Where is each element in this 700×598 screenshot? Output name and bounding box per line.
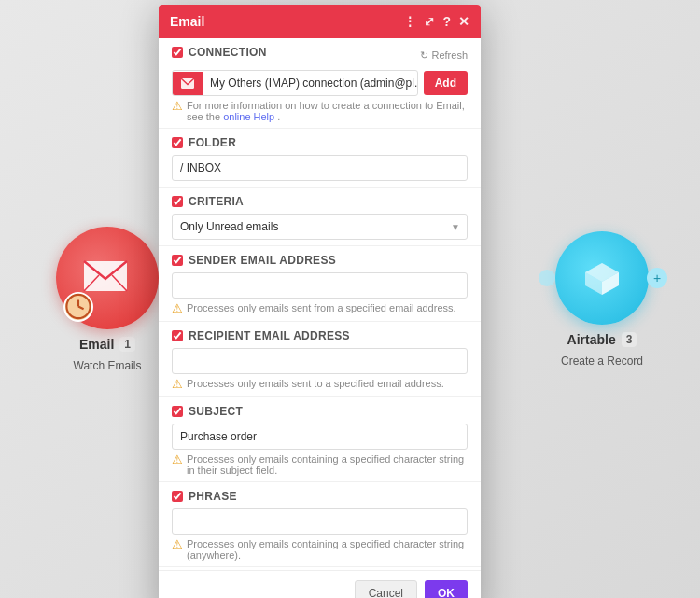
- connection-section: Connection ↻ Refresh: [159, 38, 481, 129]
- recipient-header: Recipient email address: [172, 329, 468, 342]
- expand-icon[interactable]: ⤢: [424, 14, 435, 29]
- phrase-help: ⚠ Processes only emails containing a spe…: [172, 538, 468, 561]
- help-icon[interactable]: ?: [442, 14, 451, 29]
- recipient-checkbox[interactable]: [172, 330, 183, 341]
- phrase-section: Phrase ⚠ Processes only emails containin…: [159, 482, 481, 567]
- connection-help: ⚠ For more information on how to create …: [172, 100, 468, 122]
- phrase-header: Phrase: [172, 490, 468, 503]
- subject-warning-icon: ⚠: [172, 452, 183, 466]
- subject-help: ⚠ Processes only emails containing a spe…: [172, 453, 468, 476]
- subject-label: Subject: [189, 405, 243, 418]
- recipient-help: ⚠ Processes only emails sent to a specif…: [172, 378, 468, 391]
- criteria-section: Criteria Only Unread emails All emails R…: [159, 188, 481, 246]
- email-subtitle: Watch Emails: [74, 359, 142, 372]
- ok-button[interactable]: OK: [425, 580, 468, 598]
- connection-row: My Others (IMAP) connection (admin@pl...…: [172, 70, 468, 96]
- folder-checkbox[interactable]: [172, 137, 183, 148]
- folder-header: Folder: [172, 136, 468, 149]
- canvas-background: Email 1 Watch Emails Airtable 3 Create a…: [0, 0, 700, 598]
- recipient-section: Recipient email address ⚠ Processes only…: [159, 322, 481, 397]
- help-text-content: For more information on how to create a …: [187, 100, 468, 122]
- connection-icon-box: [173, 72, 203, 95]
- airtable-circle[interactable]: [555, 231, 649, 325]
- phrase-checkbox[interactable]: [172, 491, 183, 502]
- phrase-warning-icon: ⚠: [172, 537, 183, 551]
- connection-label: Connection: [189, 46, 267, 59]
- close-icon[interactable]: ✕: [458, 14, 469, 29]
- phrase-input[interactable]: [172, 508, 468, 535]
- more-icon[interactable]: ⋮: [403, 14, 416, 29]
- sender-checkbox[interactable]: [172, 255, 183, 266]
- recipient-label: Recipient email address: [189, 329, 350, 342]
- connection-dropdown[interactable]: My Others (IMAP) connection (admin@pl...: [203, 71, 418, 95]
- criteria-dropdown[interactable]: Only Unread emails All emails Read email…: [172, 214, 468, 240]
- folder-input[interactable]: [172, 155, 468, 181]
- subject-help-text: Processes only emails containing a speci…: [187, 453, 468, 476]
- subject-input[interactable]: [172, 424, 468, 450]
- help-suffix: .: [277, 111, 280, 122]
- online-help-link[interactable]: online Help: [223, 111, 274, 122]
- email-modal: Email ⋮ ⤢ ? ✕ Connection ↻ Refresh: [159, 5, 481, 598]
- folder-section: Folder: [159, 129, 481, 188]
- connection-checkbox[interactable]: [172, 47, 183, 58]
- cancel-button[interactable]: Cancel: [355, 580, 417, 598]
- modal-title: Email: [170, 14, 204, 29]
- criteria-select-wrap: Only Unread emails All emails Read email…: [172, 214, 468, 240]
- airtable-badge: 3: [622, 332, 637, 347]
- refresh-button[interactable]: ↻ Refresh: [420, 49, 468, 62]
- criteria-checkbox[interactable]: [172, 196, 183, 207]
- email-node-label: Email 1: [79, 337, 135, 352]
- airtable-title: Airtable: [567, 332, 616, 347]
- recipient-input[interactable]: [172, 348, 468, 374]
- criteria-label: Criteria: [189, 195, 244, 208]
- refresh-label: ↻ Refresh: [420, 49, 468, 62]
- add-button[interactable]: Add: [424, 71, 468, 95]
- clock-badge: [63, 292, 93, 322]
- email-circle[interactable]: [56, 227, 159, 329]
- email-node: Email 1 Watch Emails: [56, 227, 159, 372]
- connection-header: Connection: [172, 46, 267, 59]
- help-warning-icon: ⚠: [172, 99, 183, 113]
- recipient-help-text: Processes only emails sent to a specifie…: [187, 378, 444, 389]
- modal-header: Email ⋮ ⤢ ? ✕: [159, 5, 481, 38]
- sender-input[interactable]: [172, 272, 468, 299]
- subject-section: Subject ⚠ Processes only emails containi…: [159, 397, 481, 482]
- airtable-node-label: Airtable 3: [567, 332, 637, 347]
- airtable-subtitle: Create a Record: [561, 355, 643, 368]
- phrase-help-text: Processes only emails containing a speci…: [187, 538, 468, 561]
- recipient-warning-icon: ⚠: [172, 377, 183, 391]
- phrase-label: Phrase: [189, 490, 237, 503]
- sender-help-text: Processes only emails sent from a specif…: [187, 302, 456, 313]
- connection-select-wrap: My Others (IMAP) connection (admin@pl...: [172, 70, 418, 96]
- modal-header-icons: ⋮ ⤢ ? ✕: [403, 14, 469, 29]
- modal-body: Connection ↻ Refresh: [159, 38, 481, 570]
- connection-header-row: Connection ↻ Refresh: [172, 46, 468, 64]
- subject-header: Subject: [172, 405, 468, 418]
- email-title: Email: [79, 337, 114, 352]
- sender-label: Sender email address: [189, 254, 336, 267]
- sender-warning-icon: ⚠: [172, 301, 183, 315]
- sender-header: Sender email address: [172, 254, 468, 267]
- sender-help: ⚠ Processes only emails sent from a spec…: [172, 302, 468, 315]
- email-badge: 1: [119, 337, 135, 352]
- folder-label: Folder: [189, 136, 236, 149]
- airtable-node: Airtable 3 Create a Record: [555, 231, 649, 368]
- criteria-header: Criteria: [172, 195, 468, 208]
- sender-section: Sender email address ⚠ Processes only em…: [159, 246, 481, 322]
- modal-footer: Cancel OK: [159, 570, 481, 598]
- subject-checkbox[interactable]: [172, 406, 183, 417]
